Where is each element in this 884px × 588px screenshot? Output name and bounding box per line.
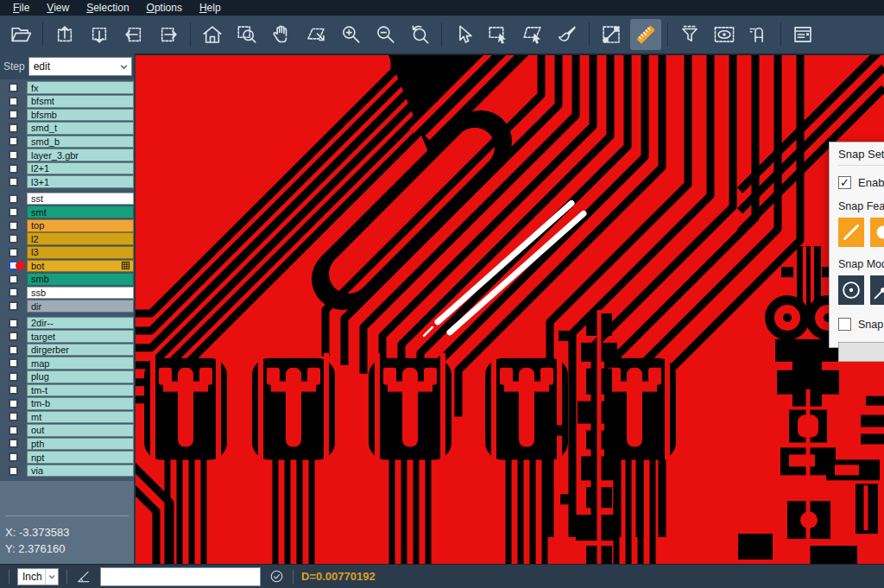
menu-options[interactable]: Options — [139, 1, 190, 15]
ruler-button[interactable] — [630, 19, 661, 50]
layer-visibility-checkbox[interactable] — [9, 97, 18, 106]
shift-up-button[interactable] — [49, 19, 80, 50]
layer-mt[interactable]: mt — [27, 411, 134, 424]
layer-visibility-checkbox[interactable] — [9, 399, 18, 408]
layer-l2+1[interactable]: l2+1 — [27, 162, 134, 175]
layer-2dir--[interactable]: 2dir-- — [27, 317, 134, 330]
properties-panel-button[interactable] — [787, 19, 818, 50]
pan-hand-button[interactable] — [266, 19, 297, 50]
layer-visibility-checkbox[interactable] — [9, 164, 18, 174]
layer-visibility-checkbox[interactable] — [9, 194, 18, 204]
layer-tm-t[interactable]: tm-t — [27, 384, 134, 397]
zoom-window-button[interactable] — [231, 19, 262, 50]
layer-visibility-checkbox[interactable] — [9, 452, 18, 462]
layer-visibility-checkbox[interactable] — [9, 288, 18, 297]
layer-via[interactable]: via — [27, 465, 134, 477]
layer-map[interactable]: map — [27, 357, 134, 370]
shift-left-button[interactable] — [118, 19, 149, 50]
enable-snapping-checkbox[interactable]: ✓ — [838, 176, 851, 189]
select-rectangle-button[interactable] — [483, 19, 514, 50]
measure-input[interactable] — [100, 567, 261, 586]
select-arrow-button[interactable] — [448, 19, 479, 50]
layer-ssb[interactable]: ssb — [27, 287, 134, 300]
zoom-out-button[interactable] — [369, 19, 401, 50]
dialog-title-bar[interactable]: Snap Settings x — [838, 142, 884, 166]
layer-visibility-checkbox[interactable] — [9, 83, 18, 92]
layer-layer_3.gbr[interactable]: layer_3.gbr — [27, 149, 134, 161]
layer-l2[interactable]: l2 — [27, 232, 134, 245]
menu-view[interactable]: View — [39, 1, 77, 15]
layer-visibility-checkbox[interactable] — [9, 248, 18, 257]
layer-l3[interactable]: l3 — [27, 246, 134, 259]
zoom-area-button[interactable] — [300, 19, 332, 50]
layer-visibility-checkbox[interactable] — [9, 426, 18, 435]
snap-midpoint-button[interactable] — [870, 275, 884, 305]
zoom-in-button[interactable] — [335, 19, 366, 50]
zoom-previous-button[interactable] — [404, 19, 435, 50]
filter-button[interactable] — [674, 19, 705, 50]
snap-magnet-button[interactable] — [743, 19, 774, 50]
layer-npt[interactable]: npt — [27, 451, 134, 464]
layer-plug[interactable]: plug — [27, 370, 134, 383]
layer-l3+1[interactable]: l3+1 — [27, 175, 134, 188]
snap-line-button[interactable] — [838, 218, 864, 247]
layer-fx[interactable]: fx — [27, 81, 134, 94]
menu-selection[interactable]: Selection — [79, 1, 136, 15]
layer-bfsmb[interactable]: bfsmb — [27, 109, 134, 122]
layer-smd_b[interactable]: smd_b — [27, 136, 134, 149]
layer-visibility-checkbox[interactable] — [9, 123, 18, 133]
layer-visibility-checkbox[interactable] — [9, 136, 18, 146]
select-polygon-button[interactable] — [517, 19, 548, 50]
layer-visibility-checkbox[interactable] — [9, 177, 18, 187]
angle-measure-icon[interactable] — [75, 568, 92, 585]
layer-tm-b[interactable]: tm-b — [27, 397, 134, 410]
layer-visibility-checkbox[interactable] — [9, 439, 18, 448]
layer-visibility-checkbox[interactable] — [9, 372, 18, 382]
units-select[interactable]: Inch — [17, 568, 59, 585]
brush-select-button[interactable] — [552, 19, 583, 50]
open-folder-button[interactable] — [5, 19, 36, 50]
layer-visibility-checkbox[interactable] — [9, 345, 18, 355]
layer-visibility-checkbox[interactable] — [9, 150, 18, 160]
layer-dir[interactable]: dir — [27, 300, 134, 313]
layer-bfsmt[interactable]: bfsmt — [27, 95, 134, 108]
layer-row: fx — [0, 81, 134, 95]
snap-circle-button[interactable] — [870, 218, 884, 247]
layer-visibility-checkbox[interactable] — [9, 234, 18, 243]
apply-check-icon[interactable] — [268, 568, 285, 585]
layer-visibility-checkbox[interactable] — [9, 358, 18, 368]
layer-dirgerber[interactable]: dirgerber — [27, 344, 134, 357]
layer-visibility-checkbox[interactable] — [9, 221, 18, 231]
layer-visibility-checkbox[interactable] — [9, 332, 18, 341]
layer-sst[interactable]: sst — [27, 193, 134, 205]
layer-visibility-checkbox[interactable] — [9, 207, 18, 217]
layer-visibility-checkbox[interactable] — [9, 319, 18, 328]
menu-help[interactable]: Help — [192, 1, 229, 15]
pcb-canvas[interactable]: Snap Settings x ✓ Enable Snapping Snap F… — [136, 54, 884, 564]
snap-center-button[interactable] — [838, 275, 864, 305]
layer-out[interactable]: out — [27, 424, 134, 437]
layer-top[interactable]: top — [27, 219, 134, 232]
menu-file[interactable]: File — [5, 1, 37, 15]
layer-smd_t[interactable]: smd_t — [27, 122, 134, 135]
snap-all-layers-checkbox[interactable] — [838, 318, 851, 331]
layer-visibility-checkbox[interactable] — [9, 301, 18, 311]
layer-visibility-checkbox[interactable] — [9, 275, 18, 284]
layer-row: dirgerber — [0, 343, 134, 357]
close-button[interactable]: Close — [838, 342, 884, 362]
layer-visibility-checkbox[interactable] — [9, 466, 18, 476]
shift-right-button[interactable] — [153, 19, 184, 50]
step-select[interactable]: edit — [28, 57, 132, 76]
layer-smb[interactable]: smb — [27, 273, 134, 286]
layer-target[interactable]: target — [27, 330, 134, 343]
measure-distance-button[interactable] — [596, 19, 627, 50]
layer-visibility-checkbox[interactable] — [9, 412, 18, 421]
layer-visibility-checkbox[interactable] — [9, 110, 18, 119]
home-view-button[interactable] — [197, 19, 228, 50]
layer-visibility-checkbox[interactable] — [9, 385, 18, 395]
view-options-button[interactable] — [709, 19, 740, 50]
layer-bot[interactable]: bot — [27, 260, 134, 273]
shift-down-button[interactable] — [84, 19, 115, 50]
layer-smt[interactable]: smt — [27, 205, 134, 218]
layer-pth[interactable]: pth — [27, 438, 134, 451]
